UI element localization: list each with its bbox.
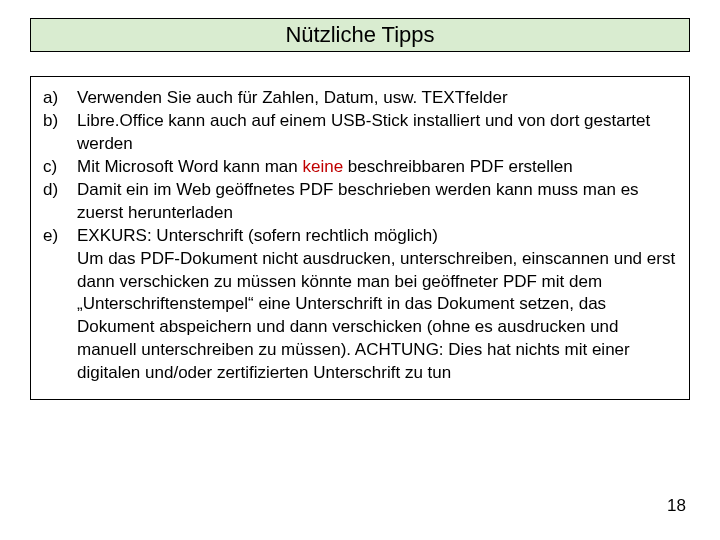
tip-text: Verwenden Sie auch für Zahlen, Datum, us…	[69, 87, 677, 110]
tip-suffix: beschreibbaren PDF erstellen	[343, 157, 573, 176]
page-title: Nützliche Tipps	[285, 22, 434, 48]
tip-text: EXKURS: Unterschrift (sofern rechtlich m…	[69, 225, 677, 386]
tip-row: b) Libre.Office kann auch auf einem USB-…	[43, 110, 677, 156]
tip-row: e) EXKURS: Unterschrift (sofern rechtlic…	[43, 225, 677, 386]
title-box: Nützliche Tipps	[30, 18, 690, 52]
tip-marker: e)	[43, 225, 69, 386]
tip-row: c) Mit Microsoft Word kann man keine bes…	[43, 156, 677, 179]
tip-marker: d)	[43, 179, 69, 225]
tip-marker: a)	[43, 87, 69, 110]
tip-marker: c)	[43, 156, 69, 179]
tip-emphasis: keine	[302, 157, 343, 176]
tips-container: a) Verwenden Sie auch für Zahlen, Datum,…	[30, 76, 690, 400]
tip-marker: b)	[43, 110, 69, 156]
page-number: 18	[667, 496, 686, 516]
tip-text: Libre.Office kann auch auf einem USB-Sti…	[69, 110, 677, 156]
tip-text: Mit Microsoft Word kann man keine beschr…	[69, 156, 677, 179]
tip-prefix: Mit Microsoft Word kann man	[77, 157, 302, 176]
tip-row: a) Verwenden Sie auch für Zahlen, Datum,…	[43, 87, 677, 110]
tip-text: Damit ein im Web geöffnetes PDF beschrie…	[69, 179, 677, 225]
tip-row: d) Damit ein im Web geöffnetes PDF besch…	[43, 179, 677, 225]
